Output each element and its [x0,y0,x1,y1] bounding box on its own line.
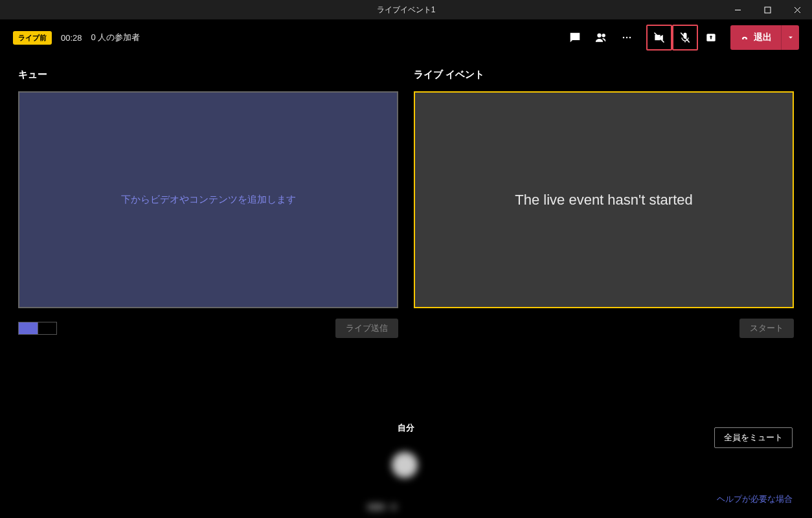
window-controls [723,0,812,19]
camera-off-icon[interactable] [646,25,672,51]
share-icon[interactable] [698,25,724,51]
self-label: 自分 [398,422,414,434]
avatar [392,452,418,478]
self-tile[interactable] [367,443,445,514]
send-live-button[interactable]: ライブ送信 [335,319,398,338]
queue-message: 下からビデオやコンテンツを追加します [121,194,296,206]
queue-stage[interactable]: 下からビデオやコンテンツを追加します [18,91,398,308]
help-link[interactable]: ヘルプが必要な場合 [717,493,793,505]
svg-point-7 [626,37,628,39]
start-button[interactable]: スタート [739,319,794,338]
queue-panel: キュー 下からビデオやコンテンツを追加します ライブ送信 [18,69,398,338]
queue-title: キュー [18,69,398,81]
minimize-button[interactable] [723,0,752,19]
timer: 00:28 [61,33,82,43]
more-icon[interactable] [614,25,640,51]
maximize-button[interactable] [752,0,782,19]
leave-button[interactable]: 退出 [730,25,799,50]
participant-count: 0 人の参加者 [91,32,141,43]
titlebar: ライブイベント1 [0,0,812,19]
bottom-section: 自分 全員をミュート ヘルプが必要な場合 [0,414,812,518]
main-content: キュー 下からビデオやコンテンツを追加します ライブ送信 ライブ イベント Th… [0,56,812,338]
live-title: ライブ イベント [414,69,794,81]
layout-toggle[interactable] [18,322,57,335]
live-panel: ライブ イベント The live event hasn't started ス… [414,69,794,338]
people-icon[interactable] [588,25,614,51]
live-message: The live event hasn't started [515,192,692,208]
window-title: ライブイベント1 [377,5,436,16]
chat-icon[interactable] [562,25,588,51]
close-button[interactable] [782,0,812,19]
status-badge: ライブ前 [13,31,52,45]
meeting-toolbar: ライブ前 00:28 0 人の参加者 退出 [0,19,812,56]
layout-single[interactable] [19,322,38,334]
mute-all-button[interactable]: 全員をミュート [714,427,793,448]
live-stage: The live event hasn't started [414,91,794,308]
svg-point-6 [623,37,625,39]
svg-point-8 [629,37,631,39]
leave-label: 退出 [754,32,772,43]
leave-caret[interactable] [781,25,799,50]
svg-point-5 [602,34,605,37]
mic-off-icon[interactable] [672,25,698,51]
svg-point-4 [598,34,601,37]
svg-rect-1 [765,7,771,13]
layout-split[interactable] [38,322,57,334]
